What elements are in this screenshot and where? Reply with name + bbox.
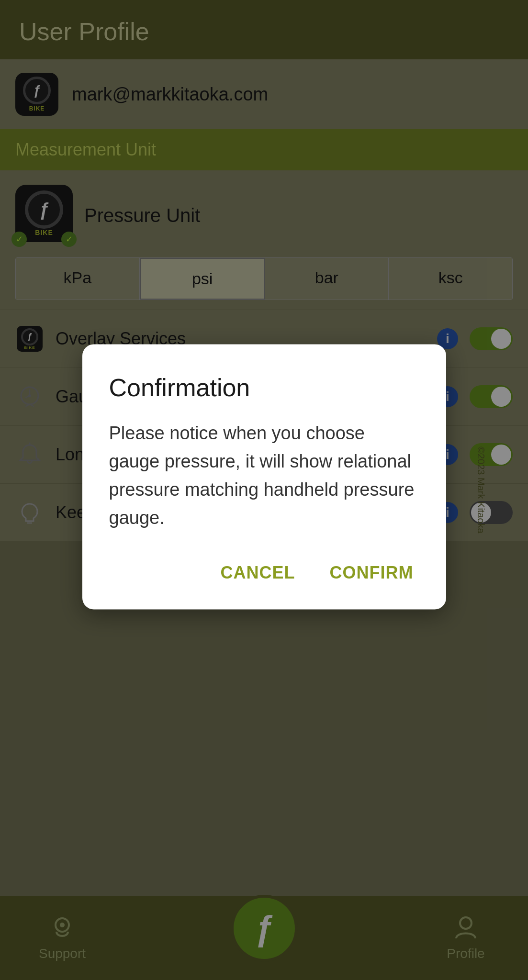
dialog-buttons: CANCEL CONFIRM (109, 558, 419, 586)
dialog-body: Please notice when you choose gauge pres… (109, 419, 419, 532)
confirm-button[interactable]: CONFIRM (324, 558, 419, 586)
confirmation-dialog: Confirmation Please notice when you choo… (82, 345, 446, 610)
dialog-title: Confirmation (109, 373, 419, 402)
cancel-button[interactable]: CANCEL (215, 558, 301, 586)
